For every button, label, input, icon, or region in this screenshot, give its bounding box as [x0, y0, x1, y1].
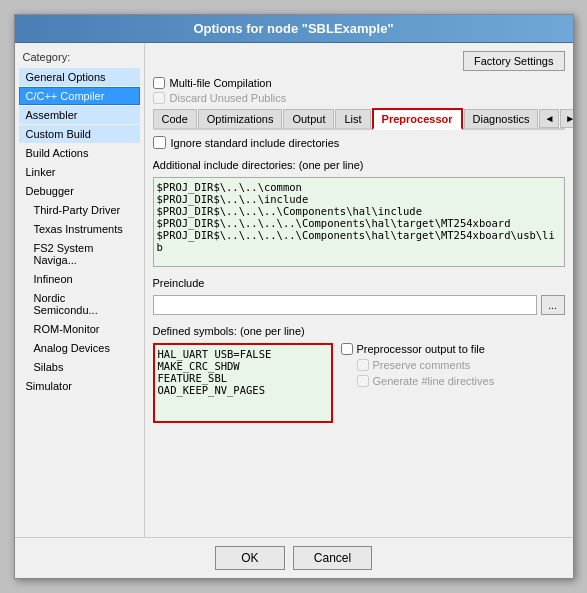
include-section-label: Additional include directories: (one per… [153, 159, 565, 171]
preserve-comments-label: Preserve comments [373, 359, 471, 371]
dialog-body: Category: General OptionsC/C++ CompilerA… [15, 43, 573, 537]
sidebar-item-linker[interactable]: Linker [19, 163, 140, 181]
ignore-std-checkbox[interactable] [153, 136, 166, 149]
sidebar-item-custom-build[interactable]: Custom Build [19, 125, 140, 143]
tab-preprocessor[interactable]: Preprocessor [372, 108, 463, 130]
sidebar-item-fs2-system-navi[interactable]: FS2 System Naviga... [19, 239, 140, 269]
sidebar-item-simulator[interactable]: Simulator [19, 377, 140, 395]
sidebar-item-silabs[interactable]: Silabs [19, 358, 140, 376]
cancel-button[interactable]: Cancel [293, 546, 372, 570]
sidebar-item-third-party-driver[interactable]: Third-Party Driver [19, 201, 140, 219]
tab-output[interactable]: Output [283, 109, 334, 128]
sidebar-item-build-actions[interactable]: Build Actions [19, 144, 140, 162]
include-dirs-textarea[interactable] [153, 177, 565, 267]
symbols-row: Preprocessor output to file Preserve com… [153, 343, 565, 423]
multi-file-checkbox-row: Multi-file Compilation [153, 77, 565, 89]
multi-file-checkbox[interactable] [153, 77, 165, 89]
preinclude-row: ... [153, 295, 565, 315]
preproc-output-label: Preprocessor output to file [357, 343, 485, 355]
discard-unused-checkbox-row: Discard Unused Publics [153, 92, 565, 104]
tab-diagnostics[interactable]: Diagnostics [464, 109, 539, 128]
browse-button[interactable]: ... [541, 295, 565, 315]
content-area: Ignore standard include directories Addi… [153, 136, 565, 529]
checkbox-row: Multi-file Compilation Discard Unused Pu… [153, 77, 565, 104]
dialog-footer: OK Cancel [15, 537, 573, 578]
sidebar-item-texas-instruments[interactable]: Texas Instruments [19, 220, 140, 238]
sidebar-item-rom-monitor[interactable]: ROM-Monitor [19, 320, 140, 338]
multi-file-label: Multi-file Compilation [170, 77, 272, 89]
sidebar-item-infineon[interactable]: Infineon [19, 270, 140, 288]
tab-optimizations[interactable]: Optimizations [198, 109, 283, 128]
sidebar-item-general-options[interactable]: General Options [19, 68, 140, 86]
factory-settings-button[interactable]: Factory Settings [463, 51, 564, 71]
preproc-output-checkbox[interactable] [341, 343, 353, 355]
ok-button[interactable]: OK [215, 546, 285, 570]
defined-symbols-label: Defined symbols: (one per line) [153, 325, 565, 337]
sidebar: Category: General OptionsC/C++ CompilerA… [15, 43, 145, 537]
tab-left-arrow[interactable]: ◄ [539, 109, 559, 128]
tab-right-arrow[interactable]: ► [560, 109, 572, 128]
tabs-row: CodeOptimizationsOutputListPreprocessorD… [153, 108, 565, 130]
ignore-std-label: Ignore standard include directories [171, 137, 340, 149]
factory-row: Factory Settings [153, 51, 565, 71]
preproc-output-row: Preprocessor output to file [341, 343, 495, 355]
discard-unused-checkbox [153, 92, 165, 104]
sidebar-item-cpp-compiler[interactable]: C/C++ Compiler [19, 87, 140, 105]
sidebar-item-nordic-semicon[interactable]: Nordic Semicondu... [19, 289, 140, 319]
sidebar-item-assembler[interactable]: Assembler [19, 106, 140, 124]
category-label: Category: [19, 49, 140, 65]
ignore-row: Ignore standard include directories [153, 136, 565, 149]
preserve-comments-row: Preserve comments [341, 359, 495, 371]
generate-directives-label: Generate #line directives [373, 375, 495, 387]
options-dialog: Options for node "SBLExample" Category: … [14, 14, 574, 579]
preserve-comments-checkbox [357, 359, 369, 371]
preinclude-label: Preinclude [153, 277, 565, 289]
sidebar-item-analog-devices[interactable]: Analog Devices [19, 339, 140, 357]
tab-code[interactable]: Code [153, 109, 197, 128]
dialog-title: Options for node "SBLExample" [15, 15, 573, 43]
discard-unused-label: Discard Unused Publics [170, 92, 287, 104]
sidebar-item-debugger[interactable]: Debugger [19, 182, 140, 200]
preinclude-input[interactable] [153, 295, 537, 315]
defined-symbols-textarea[interactable] [153, 343, 333, 423]
generate-directives-checkbox [357, 375, 369, 387]
preproc-options: Preprocessor output to file Preserve com… [341, 343, 495, 387]
main-panel: Factory Settings Multi-file Compilation … [145, 43, 573, 537]
tab-list[interactable]: List [335, 109, 370, 128]
generate-directives-row: Generate #line directives [341, 375, 495, 387]
